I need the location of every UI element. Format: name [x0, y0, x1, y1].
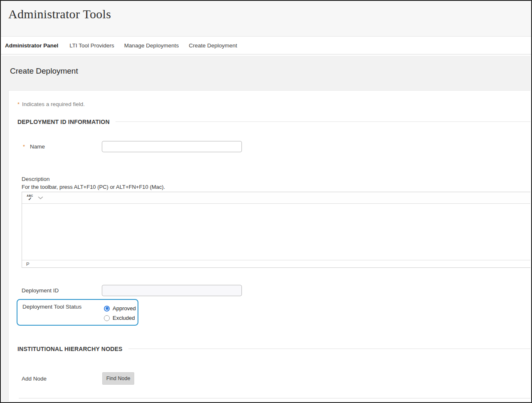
section-rule: [128, 349, 530, 349]
add-node-label: Add Node: [22, 376, 47, 382]
required-note-text: Indicates a required field.: [22, 101, 85, 107]
breadcrumb-manage-deployments[interactable]: Manage Deployments: [124, 42, 179, 49]
breadcrumb: Administrator Panel LTI Tool Providers M…: [1, 37, 531, 54]
section-rule: [116, 121, 530, 122]
deployment-tool-status-label: Deployment Tool Status: [22, 304, 81, 310]
deployment-id-input[interactable]: [102, 285, 242, 296]
radio-approved-label: Approved: [113, 305, 136, 312]
editor-statusbar: P: [22, 260, 530, 267]
breadcrumb-create-deployment[interactable]: Create Deployment: [189, 42, 237, 49]
description-label: Description: [22, 176, 50, 182]
editor-toolbar-hint: For the toolbar, press ALT+F10 (PC) or A…: [22, 184, 165, 190]
required-asterisk-icon: *: [17, 101, 20, 107]
name-row: * Name: [9, 141, 530, 152]
name-input[interactable]: [102, 141, 242, 152]
administrator-tools-window: Administrator Tools Administrator Panel …: [0, 0, 532, 403]
section-deployment-id-information: DEPLOYMENT ID INFORMATION: [17, 118, 530, 125]
deployment-tool-status-options: Approved Excluded: [104, 304, 136, 323]
section-title: INSTITUTIONAL HIERARCHY NODES: [17, 346, 123, 352]
radio-unselected-icon[interactable]: [104, 315, 110, 321]
breadcrumb-lti-tool-providers[interactable]: LTI Tool Providers: [69, 42, 114, 49]
bottom-divider: [19, 398, 530, 398]
deployment-id-row: Deployment ID: [9, 285, 530, 296]
app-title: Administrator Tools: [8, 7, 111, 21]
find-node-button[interactable]: Find Node: [102, 372, 134, 385]
radio-selected-icon[interactable]: [104, 306, 110, 312]
description-editor-body[interactable]: [22, 204, 530, 260]
required-field-note: *Indicates a required field.: [17, 101, 85, 107]
required-asterisk-icon: *: [23, 143, 27, 150]
radio-approved[interactable]: Approved: [104, 304, 136, 313]
app-header: Administrator Tools: [1, 1, 531, 37]
chevron-down-icon[interactable]: [38, 196, 43, 200]
page-title: Create Deployment: [10, 67, 78, 76]
content-area: Create Deployment *Indicates a required …: [2, 56, 530, 401]
spellcheck-check-glyph: ✓: [28, 197, 32, 201]
section-title: DEPLOYMENT ID INFORMATION: [17, 119, 110, 125]
form-panel: *Indicates a required field. DEPLOYMENT …: [8, 90, 530, 401]
section-institutional-hierarchy-nodes: INSTITUTIONAL HIERARCHY NODES: [17, 345, 530, 352]
deployment-id-label: Deployment ID: [22, 287, 59, 294]
radio-excluded[interactable]: Excluded: [104, 313, 136, 323]
description-editor: ABC ✓ P: [22, 192, 530, 268]
deployment-tool-status-group: Deployment Tool Status Approved Excluded: [17, 299, 138, 326]
radio-excluded-label: Excluded: [113, 315, 135, 321]
spellcheck-abc-checkmark-icon[interactable]: ABC ✓: [25, 193, 34, 203]
editor-element-path: P: [26, 262, 30, 267]
editor-toolbar: ABC ✓: [22, 192, 530, 204]
breadcrumb-administrator-panel[interactable]: Administrator Panel: [5, 42, 58, 49]
add-node-row: Add Node Find Node: [9, 372, 530, 385]
name-label: Name: [30, 143, 45, 150]
